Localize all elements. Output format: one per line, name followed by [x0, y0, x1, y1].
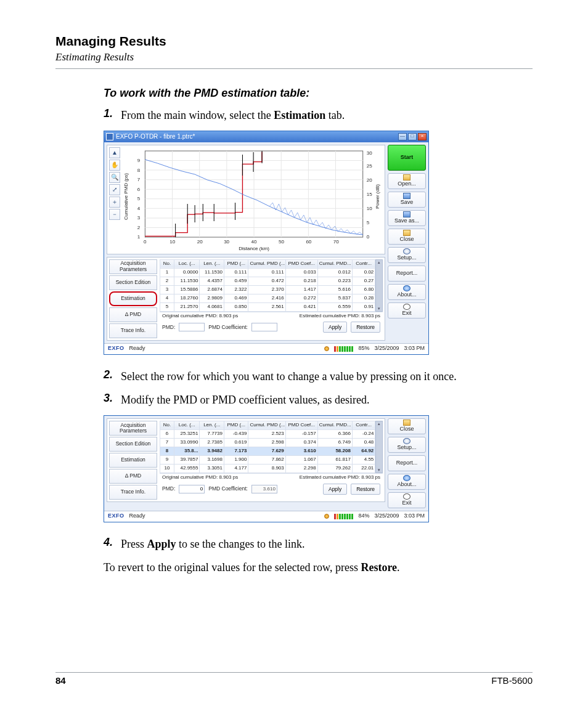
pmd-coef-input[interactable] [251, 485, 277, 493]
table-row[interactable]: 10.000011.15300.1110.1110.0330.0120.02 [160, 268, 375, 277]
tab-estimation[interactable]: Estimation [109, 291, 157, 306]
about-button[interactable]: About... [388, 284, 426, 300]
status-time: 3:03 PM [404, 513, 425, 519]
section-subtitle: Estimating Results [55, 51, 533, 63]
svg-text:7: 7 [137, 177, 141, 182]
tab-delta-pmd[interactable]: Δ PMD [109, 469, 157, 484]
hand-tool-icon[interactable]: ✋ [109, 160, 120, 171]
brand-label: EXFO [108, 513, 125, 519]
close-file-button[interactable]: Close [388, 229, 426, 245]
chapter-title: Managing Results [55, 33, 533, 49]
table-scrollbar[interactable]: ▴▾ [375, 421, 383, 473]
pmd-input[interactable] [179, 485, 205, 493]
setup-button[interactable]: Setup... [388, 437, 426, 453]
tab-estimation[interactable]: Estimation [109, 453, 157, 468]
zoom-out-tool-icon[interactable]: － [109, 209, 120, 220]
table-row[interactable]: 521.25704.06810.8502.5610.4216.5590.91 [160, 302, 375, 311]
folder-icon [403, 420, 410, 426]
status-text: Ready [129, 346, 145, 352]
disk-icon [403, 193, 410, 199]
pmd-label: PMD: [162, 325, 175, 330]
tab-trace-info[interactable]: Trace Info. [109, 485, 157, 500]
setup-button[interactable]: Setup... [388, 247, 426, 263]
restore-button[interactable]: Restore [351, 484, 380, 495]
status-bar: EXFO Ready 84% 3/25/2009 3:03 PM [104, 511, 428, 522]
folder-icon [403, 174, 410, 181]
step-1-text: From the main window, select the Estimat… [121, 107, 533, 123]
svg-text:60: 60 [306, 239, 312, 245]
step-number: 3. [104, 392, 121, 408]
estimation-table[interactable]: No.Loc. (...Len. (...PMD (... Cumul. PMD… [160, 421, 375, 473]
battery-icon [334, 346, 353, 352]
svg-text:8: 8 [137, 168, 141, 173]
minimize-button[interactable]: — [398, 133, 407, 140]
page-number: 84 [55, 675, 66, 686]
svg-text:50: 50 [279, 239, 285, 245]
table-row[interactable]: 211.15304.43570.4590.4720.2180.2230.27 [160, 277, 375, 285]
svg-text:15: 15 [367, 192, 373, 197]
tab-trace-info[interactable]: Trace Info. [109, 323, 157, 338]
estimated-cumulative-pmd: Estimated cumulative PMD: 8.903 ps [300, 475, 380, 481]
table-row[interactable]: 1042.95553.30514.1778.9032.29879.26222.0… [160, 464, 375, 473]
table-row[interactable]: 418.27602.98090.4692.4160.2725.8370.28 [160, 294, 375, 302]
svg-text:70: 70 [333, 239, 340, 245]
apply-button[interactable]: Apply [323, 484, 347, 495]
apply-button[interactable]: Apply [323, 322, 347, 333]
report-button[interactable]: Report... [388, 455, 426, 471]
table-row[interactable]: 835.8...3.94827.1737.6293.61058.20864.92 [160, 447, 375, 455]
start-button[interactable]: Start [388, 145, 426, 171]
close-file-button[interactable]: Close [388, 418, 426, 434]
folder-icon [403, 230, 410, 236]
table-row[interactable]: 733.09902.73850.6192.5980.3746.7490.48 [160, 438, 375, 447]
step-4-text: Press Apply to se the changes to the lin… [121, 536, 533, 552]
status-date: 3/25/2009 [374, 513, 399, 519]
zoom-fit-tool-icon[interactable]: ⤢ [109, 184, 120, 195]
svg-text:4: 4 [137, 206, 141, 211]
chart-pane: ▲ ✋ 🔍 ⤢ ＋ － [107, 145, 385, 254]
table-row[interactable]: 315.58862.68742.3222.3701.4175.6166.80 [160, 285, 375, 294]
table-row[interactable]: 939.78573.16981.9007.8621.06761.8174.55 [160, 455, 375, 464]
pmd-input[interactable] [179, 323, 205, 331]
report-button[interactable]: Report... [388, 266, 426, 282]
pmd-label: PMD: [162, 486, 175, 492]
open-button[interactable]: Open... [388, 173, 426, 189]
step-number: 2. [104, 368, 121, 384]
pmd-coef-input[interactable] [251, 323, 277, 331]
restore-button[interactable]: Restore [351, 322, 380, 333]
svg-text:10: 10 [367, 206, 373, 211]
estimation-table[interactable]: No.Loc. (...Len. (...PMD (... Cumul. PMD… [160, 259, 375, 312]
svg-text:9: 9 [137, 158, 141, 163]
page-footer: 84 FTB-5600 [55, 672, 533, 686]
tab-acquisition-parameters[interactable]: Acquisition Parameters [109, 259, 157, 274]
svg-text:5: 5 [367, 220, 370, 225]
tab-acquisition-parameters[interactable]: Acquisition Parameters [109, 421, 157, 436]
exit-button[interactable]: Exit [388, 492, 426, 508]
zoom-in-tool-icon[interactable]: ＋ [109, 197, 120, 208]
tab-section-edition[interactable]: Section Edition [109, 437, 157, 452]
svg-text:6: 6 [137, 187, 141, 192]
status-time: 3:03 PM [404, 346, 425, 352]
pointer-tool-icon[interactable]: ▲ [109, 147, 120, 158]
tab-section-edition[interactable]: Section Edition [109, 275, 157, 290]
save-button[interactable]: Save [388, 192, 426, 208]
table-row[interactable]: 625.32517.7739-0.4392.523-0.1576.366-0.2… [160, 429, 375, 438]
about-button[interactable]: About... [388, 474, 426, 490]
exit-button[interactable]: Exit [388, 302, 426, 318]
table-scrollbar[interactable]: ▴▾ [375, 259, 383, 312]
save-as-button[interactable]: Save as... [388, 210, 426, 226]
battery-percent: 85% [358, 346, 369, 352]
status-date: 3/25/2009 [374, 346, 399, 352]
maximize-button[interactable]: □ [408, 133, 417, 140]
svg-text:0: 0 [367, 234, 370, 240]
zoom-tool-icon[interactable]: 🔍 [109, 172, 120, 183]
pmd-coef-label: PMD Coefficient: [208, 325, 248, 330]
original-cumulative-pmd: Original cumulative PMD: 8.903 ps [162, 475, 238, 481]
chart: 12 34 56 78 9 0510 152025 30 [121, 147, 383, 252]
power-icon [403, 304, 410, 310]
close-button[interactable]: × [418, 133, 427, 140]
product-code: FTB-5600 [491, 675, 533, 686]
network-icon [324, 346, 329, 351]
tab-delta-pmd[interactable]: Δ PMD [109, 307, 157, 322]
window-title: EXFO P-OTDR - fibre 1.ptrc* [116, 133, 398, 140]
status-bar: EXFO Ready 85% 3/25/2009 3:03 PM [104, 343, 428, 354]
